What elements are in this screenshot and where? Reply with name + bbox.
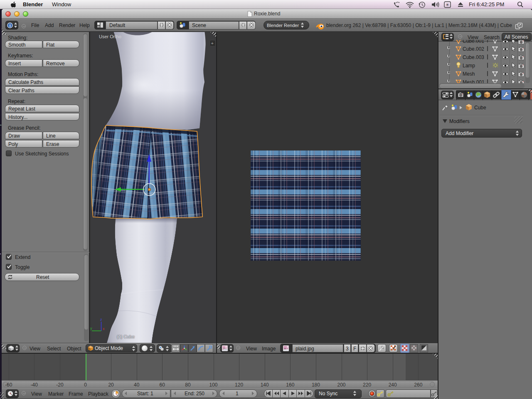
- svg-text:y: y: [90, 326, 92, 330]
- svg-text:i: i: [10, 24, 11, 28]
- svg-text:✳: ✳: [446, 2, 449, 7]
- svg-text:x: x: [103, 327, 105, 331]
- svg-text:z: z: [100, 318, 102, 322]
